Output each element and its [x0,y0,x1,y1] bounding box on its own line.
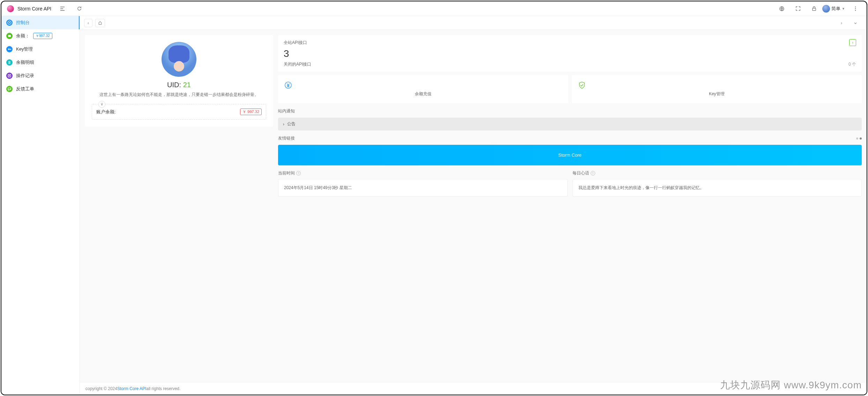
quote-panel: 每日心语 ? 我总是爱蹲下来看地上时光的痕迹，像一行一行蚂蚁穿越我的记忆。 [573,170,862,197]
sidebar-item-balance[interactable]: 余额： ￥997.32 [1,29,80,43]
tab-forward-button[interactable]: › [837,19,846,27]
help-icon[interactable]: ? [591,171,595,175]
stat-total-value: 3 [284,48,856,59]
motto-text: 这世上有一条路无论如何也不能走，那就是绝途，只要走错一步结果都会是粉身碎骨。 [92,92,266,98]
links-title: 友情链接 [278,135,862,141]
balance-badge: ￥997.32 [33,33,52,39]
profile-card: UID: 21 这世上有一条路无论如何也不能走，那就是绝途，只要走错一步结果都会… [85,35,273,127]
quote-value: 我总是爱蹲下来看地上时光的痕迹，像一行一行蚂蚁穿越我的记忆。 [573,179,862,197]
link-banner[interactable]: Storm Core [278,145,862,165]
sidebar-label: Key管理 [16,46,33,52]
svg-point-8 [8,48,9,50]
footer: copyright © 2024 Storm Core API all righ… [80,382,867,395]
sidebar-item-logs[interactable]: 操作记录 [1,69,80,82]
tab-home[interactable] [95,19,105,27]
stat-total-label: 全站API接口 [284,40,307,46]
user-menu[interactable]: 简单 ▼ [822,5,845,13]
fullscreen-icon[interactable] [792,3,803,14]
announcement-item[interactable]: › 公告 [278,118,862,130]
help-icon[interactable]: ? [296,171,301,175]
uid-line: UID: 21 [92,81,266,89]
refresh-icon[interactable] [74,3,85,14]
keymgr-label: Key管理 [578,91,856,97]
footer-link[interactable]: Storm Core API [117,386,146,391]
globe-icon[interactable] [776,3,787,14]
user-name: 简单 [831,6,840,12]
svg-rect-9 [8,74,11,77]
sidebar-label: 余额明细 [16,59,34,66]
sidebar-item-dashboard[interactable]: 控制台 [1,16,80,29]
time-value: 2024年5月14日 15时49分3秒 星期二 [278,179,568,197]
tabbar: ‹ › [80,16,867,30]
dashboard-icon [6,20,13,26]
yen-icon [284,81,562,89]
header: Storm Core API 简单 ▼ [1,1,867,16]
sidebar: 控制台 余额： ￥997.32 Key管理 余额明细 操作记录 反馈工单 [1,16,80,395]
sidebar-label: 反馈工单 [16,86,34,92]
currency-icon: ¥ [98,101,105,108]
chevron-down-icon: ▼ [842,7,845,10]
quote-title: 每日心语 [573,170,589,176]
keymgr-button[interactable]: Key管理 [572,75,862,103]
list-icon [6,59,13,66]
svg-rect-7 [8,35,11,37]
recharge-button[interactable]: 余额充值 [278,75,568,103]
dot-active[interactable] [860,137,862,140]
svg-point-6 [9,22,10,23]
carousel-dots[interactable] [856,137,862,140]
sidebar-item-feedback[interactable]: 反馈工单 [1,82,80,96]
dot[interactable] [856,137,858,140]
wallet-icon [6,33,13,39]
up-arrow-icon[interactable]: ↑ [849,39,856,46]
svg-rect-1 [812,8,815,11]
sidebar-item-balance-detail[interactable]: 余额明细 [1,56,80,69]
app-title: Storm Core API [17,6,51,12]
time-title: 当前时间 [278,170,295,176]
stats-card: 全站API接口 ↑ 3 关闭的API接口 0 个 [278,35,862,72]
tab-dropdown-button[interactable] [851,19,860,27]
stat-closed-label: 关闭的API接口 [284,61,311,67]
shield-icon [578,81,856,89]
balance-box: ¥ 账户余额: ￥ 997.32 [92,104,266,120]
more-icon[interactable] [850,3,861,14]
user-avatar-icon [822,5,830,13]
app-logo-icon [7,5,14,12]
chevron-right-icon: › [283,122,284,127]
svg-point-2 [855,6,856,7]
feedback-icon [6,86,13,92]
sidebar-label: 操作记录 [16,73,34,79]
notice-title: 站内通知 [278,108,862,114]
log-icon [6,73,13,79]
time-panel: 当前时间 ? 2024年5月14日 15时49分3秒 星期二 [278,170,568,197]
svg-point-4 [855,10,856,10]
balance-label: 账户余额: [96,109,116,115]
sidebar-item-key[interactable]: Key管理 [1,43,80,56]
user-avatar-large [162,42,196,77]
tab-back-button[interactable]: ‹ [84,19,92,27]
uid-value: 21 [183,81,191,89]
stat-closed-value: 0 个 [848,61,856,67]
announcement-text: 公告 [287,121,295,127]
sidebar-label: 控制台 [16,20,30,26]
lock-icon[interactable] [808,3,820,14]
svg-point-3 [855,8,856,9]
balance-amount: ￥ 997.32 [240,109,262,115]
recharge-label: 余额充值 [284,91,562,97]
collapse-menu-icon[interactable] [57,3,68,14]
sidebar-label: 余额： [16,33,30,39]
key-icon [6,46,13,52]
